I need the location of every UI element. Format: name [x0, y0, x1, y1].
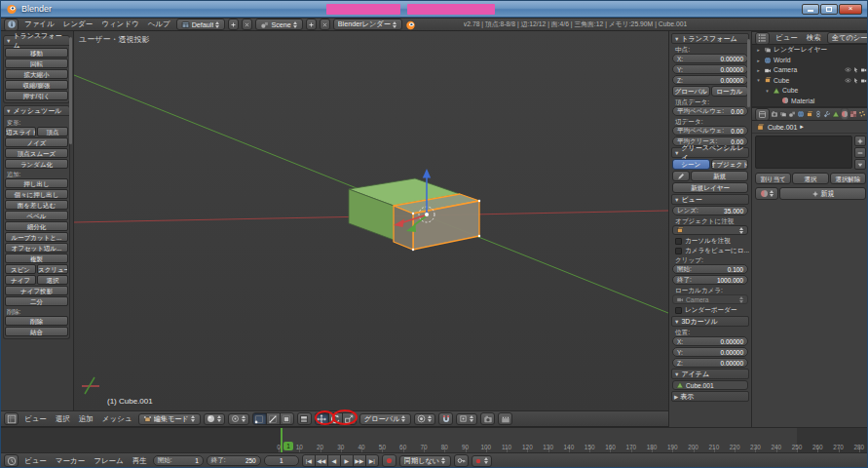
id-selector-dropdown[interactable]: Camera — [672, 294, 748, 304]
editor-props-button[interactable] — [755, 108, 770, 121]
start-frame-field[interactable]: 開始:1 — [153, 455, 204, 466]
gp-scene-tab[interactable]: シーン — [672, 159, 710, 170]
gp-draw-button[interactable] — [672, 171, 690, 181]
end-frame-field[interactable]: 終了:250 — [207, 455, 261, 466]
panel-header[interactable]: ▼トランスフォーム — [671, 33, 749, 44]
tool-button[interactable]: ナイフ投影 — [5, 286, 68, 295]
magnet-button[interactable] — [438, 412, 453, 425]
tab-object-data[interactable] — [832, 108, 840, 120]
tool-button[interactable]: 頂点スムーズ — [5, 148, 68, 158]
disclosure-triangle-icon[interactable]: ▾ — [764, 88, 771, 94]
screen-layout-dropdown[interactable]: Default — [176, 19, 226, 30]
editor-3d-button[interactable] — [4, 412, 19, 425]
menu-window[interactable]: ウィンドウ — [98, 20, 141, 29]
tool-button[interactable]: ランダム化 — [5, 159, 68, 169]
jump-to-next-keyframe-button[interactable]: ▶▶ — [353, 454, 366, 467]
gp-object-tab[interactable]: オブジェクト — [711, 159, 749, 170]
number-field[interactable]: X:0.00000 — [672, 336, 748, 346]
material-slot-list[interactable] — [755, 136, 852, 169]
tab-render[interactable] — [771, 108, 778, 120]
global-button[interactable]: グローバル — [672, 86, 710, 97]
delete-layout-button[interactable] — [242, 19, 252, 30]
render-anim-button[interactable] — [498, 412, 512, 425]
tab-world[interactable] — [797, 108, 805, 120]
menu-select[interactable]: 選択 — [53, 414, 73, 424]
jump-to-start-button[interactable]: |◀ — [302, 454, 316, 467]
vertex-select-button[interactable] — [252, 412, 267, 425]
snap-element-dropdown[interactable] — [456, 413, 477, 425]
material-specials-button[interactable] — [854, 159, 866, 170]
current-frame-playhead[interactable] — [281, 428, 283, 452]
tool-button[interactable]: 選択 — [37, 275, 68, 285]
tool-button[interactable]: 回転 — [5, 58, 68, 68]
tool-panel-header[interactable]: ▼トランスフォーム — [3, 35, 70, 46]
number-field[interactable]: 終了:1000.000 — [672, 275, 748, 285]
tool-button[interactable]: オフセット辺ル... — [5, 243, 68, 253]
remove-material-slot-button[interactable] — [854, 147, 866, 158]
render-toggle[interactable] — [860, 77, 867, 84]
hide-toggle[interactable] — [845, 77, 851, 84]
menu-view[interactable]: ビュー — [773, 33, 801, 43]
number-field[interactable]: レンズ:35.000 — [672, 206, 748, 215]
tool-button[interactable]: 移動 — [5, 48, 68, 58]
tool-button[interactable]: 辺スライド — [5, 127, 36, 136]
jump-to-end-button[interactable]: ▶| — [365, 454, 379, 467]
panel-header[interactable]: ▶表示 — [671, 391, 749, 402]
jump-to-prev-keyframe-button[interactable]: ◀◀ — [315, 454, 328, 467]
assign-button[interactable]: 割り当て — [755, 173, 791, 184]
tool-button[interactable]: ノイズ — [5, 137, 68, 147]
render-toggle[interactable] — [860, 66, 867, 73]
close-button[interactable]: × — [839, 4, 862, 15]
3d-viewport[interactable]: ユーザー・透視投影 (1) Cube.001 — [74, 31, 668, 410]
outliner-row[interactable]: ▸レンダーレイヤー — [752, 45, 868, 55]
menu-help[interactable]: ヘルプ — [145, 20, 173, 29]
panel-header[interactable]: ▼ビュー — [671, 194, 749, 205]
gp-new-layer-button[interactable]: 新規レイヤー — [672, 182, 748, 193]
face-select-button[interactable] — [280, 412, 294, 425]
add-material-slot-button[interactable] — [854, 136, 866, 146]
tool-button[interactable]: 頂点 — [37, 127, 68, 136]
tool-button[interactable]: 結合 — [5, 327, 68, 336]
selectable-toggle[interactable] — [852, 66, 859, 73]
npanel-scrollbar[interactable] — [747, 39, 750, 107]
tool-button[interactable]: 個々に押し出し — [5, 189, 68, 199]
menu-view[interactable]: ビュー — [21, 414, 50, 424]
tab-object[interactable] — [806, 108, 813, 120]
tool-button[interactable]: 複製 — [5, 254, 68, 263]
disclosure-triangle-icon[interactable]: ▸ — [755, 67, 762, 73]
key-button[interactable] — [454, 454, 469, 467]
number-field[interactable]: 平均ベベルウェ:0.00 — [672, 106, 748, 116]
id-selector-dropdown[interactable] — [672, 225, 748, 235]
menu-add[interactable]: 追加 — [76, 414, 96, 424]
new-material-button[interactable]: 新規 — [779, 187, 866, 200]
orientation-dropdown[interactable]: グローバル — [359, 413, 412, 425]
deselect-button[interactable]: 選択解除 — [830, 173, 866, 184]
checkbox[interactable]: カメラをビューにロ... — [671, 246, 749, 255]
toolshelf-scrollbar[interactable] — [69, 37, 72, 144]
tool-button[interactable]: スクリュー — [37, 264, 68, 274]
tool-button[interactable]: 二分 — [5, 296, 68, 306]
tab-material[interactable] — [841, 108, 849, 120]
editor-info-button[interactable] — [4, 19, 19, 31]
play-button[interactable]: ▶ — [340, 454, 354, 467]
mode-dropdown[interactable]: 編集モード — [138, 413, 201, 425]
tool-panel-header[interactable]: ▼メッシュツール — [3, 105, 70, 116]
outliner-row[interactable]: Material — [752, 96, 868, 105]
tab-scene[interactable] — [788, 108, 796, 120]
outliner-row[interactable]: ▾Cube — [752, 75, 868, 85]
outliner-row[interactable]: ▸World — [752, 55, 868, 64]
render-still-button[interactable] — [480, 412, 495, 425]
tool-button[interactable]: ループカットと... — [5, 232, 68, 242]
number-field[interactable]: 平均ベベルウェ:0.00 — [672, 126, 748, 136]
play-reverse-button[interactable]: ◀ — [327, 454, 341, 467]
checkbox[interactable]: カーソルを注視 — [671, 236, 749, 246]
browse-material-button[interactable] — [755, 187, 778, 200]
menu-search[interactable]: 検索 — [804, 33, 824, 43]
current-frame-field[interactable]: 1 — [264, 455, 299, 466]
hide-toggle[interactable] — [845, 66, 851, 73]
delete-scene-button[interactable] — [320, 19, 330, 30]
disclosure-triangle-icon[interactable]: ▸ — [755, 58, 762, 63]
record-button[interactable] — [382, 454, 396, 467]
menu-playback[interactable]: 再生 — [130, 456, 150, 466]
selectable-toggle[interactable] — [852, 77, 859, 84]
